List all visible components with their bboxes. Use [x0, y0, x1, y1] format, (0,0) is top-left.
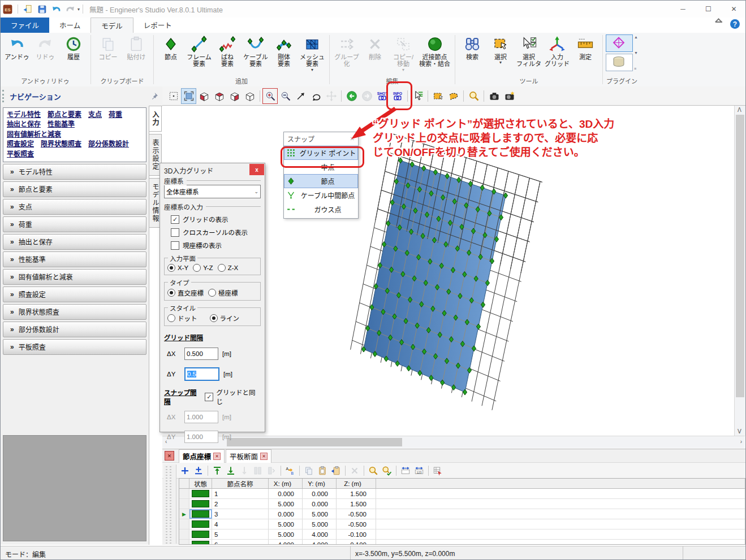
node-name-cell[interactable]: 6 — [212, 540, 269, 545]
plugin-thumbnail-2[interactable] — [606, 54, 633, 71]
ribbon-button-history[interactable]: 履歴 — [59, 34, 88, 62]
tabletool-fit-width[interactable] — [399, 465, 412, 477]
table-row[interactable]: 10.0000.0001.500 — [179, 489, 745, 499]
x-cell[interactable]: 4.000 — [269, 540, 303, 545]
node-name-cell[interactable]: 2 — [212, 499, 269, 509]
nav-link-部分係数設計[interactable]: 部分係数設計 — [88, 140, 129, 148]
radio-unselected[interactable] — [167, 314, 175, 322]
ribbon-button-binoc[interactable]: 検索 — [458, 34, 486, 62]
nav-link-性能基準[interactable]: 性能基準 — [48, 120, 75, 128]
scroll-right-icon[interactable]: › — [740, 439, 742, 445]
accordion-支点[interactable]: »支点 — [3, 199, 146, 215]
collapse-ribbon-icon[interactable] — [715, 21, 722, 27]
snap-item-ガウス点[interactable]: ガウス点 — [284, 202, 358, 216]
minimize-button[interactable]: ─ — [670, 1, 696, 18]
dropdown-arrow-icon[interactable]: ▾ — [402, 68, 404, 73]
checkbox-row-クロスカーソルの表示[interactable]: クロスカーソルの表示 — [171, 228, 258, 237]
coord-system-select[interactable]: 全体座標系⌄ — [164, 185, 261, 198]
viewtool-cube-left-view[interactable] — [196, 88, 212, 104]
row-selector[interactable] — [179, 499, 189, 509]
scroll-up-icon[interactable]: ᐱ — [738, 107, 741, 113]
ribbon-button-select[interactable]: 選択▾ — [486, 34, 515, 67]
accordion-部分係数設計[interactable]: »部分係数設計 — [3, 322, 146, 337]
radio-unselected[interactable] — [193, 264, 201, 272]
vertical-scrollbar[interactable]: ᐱ ᐯ — [734, 106, 745, 436]
viewtool-shot[interactable]: SHOT — [374, 88, 390, 104]
tabletool-paste-rows[interactable] — [316, 465, 329, 477]
accordion-性能基準[interactable]: »性能基準 — [3, 251, 146, 267]
x-cell[interactable]: 5.000 — [269, 529, 303, 539]
tabletool-add-row[interactable] — [178, 465, 192, 477]
viewtool-zoom-out[interactable] — [278, 88, 293, 104]
side-tab-入力[interactable]: 入力 — [149, 106, 162, 132]
z-cell[interactable]: 1.500 — [337, 499, 376, 509]
viewtool-cube-top-view[interactable] — [212, 88, 227, 104]
type-option-極座標[interactable]: 極座標 — [208, 288, 238, 297]
x-cell[interactable]: 5.000 — [269, 519, 303, 529]
nav-link-荷重[interactable]: 荷重 — [109, 111, 122, 119]
ribbon-button-rigid[interactable]: 剛体 要素 — [270, 34, 298, 69]
nav-link-限界状態照査[interactable]: 限界状態照査 — [41, 140, 81, 148]
viewtool-cube-wire-view[interactable] — [242, 88, 257, 104]
accordion-固有値解析と減衰[interactable]: »固有値解析と減衰 — [3, 269, 146, 285]
menu-tab-ホーム[interactable]: ホーム — [49, 18, 90, 33]
ribbon-button-spring[interactable]: ばね 要素 — [213, 34, 242, 69]
plane-option-X-Y[interactable]: X-Y — [167, 264, 188, 272]
viewtool-marquee-select[interactable] — [166, 88, 181, 104]
y-cell[interactable]: 0.000 — [303, 489, 337, 498]
qat-dropdown-icon[interactable]: ▾ — [77, 7, 80, 12]
y-cell[interactable]: 5.000 — [303, 509, 337, 519]
undo-icon[interactable] — [51, 4, 62, 15]
column-header-Y: (m)[interactable]: Y: (m) — [303, 479, 337, 488]
scroll-down-icon[interactable]: ᐯ — [738, 428, 741, 435]
status-cell[interactable] — [189, 529, 212, 539]
radio-unselected[interactable] — [208, 289, 216, 297]
z-cell[interactable]: -0.500 — [337, 509, 376, 519]
accordion-節点と要素[interactable]: »節点と要素 — [3, 181, 146, 197]
column-header-節点名称[interactable]: 節点名称 — [212, 479, 269, 488]
ribbon-button-cable[interactable]: ケーブル 要素 — [242, 34, 270, 69]
dropdown-arrow-icon[interactable]: ▾ — [499, 60, 502, 66]
plane-option-Y-Z[interactable]: Y-Z — [193, 264, 213, 272]
ribbon-button-measure[interactable]: 測定 — [571, 34, 600, 62]
row-selector[interactable] — [179, 529, 189, 539]
ribbon-button-mesh[interactable]: メッシュ 要素▾ — [298, 34, 326, 74]
x-cell[interactable]: 5.000 — [269, 499, 303, 509]
tabletool-rename-ab[interactable]: AB — [283, 465, 297, 477]
tabletool-export-table[interactable] — [431, 465, 445, 477]
column-header-状態[interactable]: 状態 — [189, 479, 212, 488]
close-button[interactable]: ✕ — [721, 1, 746, 18]
drag-handle[interactable] — [2, 90, 6, 102]
column-header-X: (m)[interactable]: X: (m) — [269, 479, 303, 488]
nav-link-節点と要素[interactable]: 節点と要素 — [48, 111, 81, 119]
viewtool-select-lasso[interactable] — [446, 88, 461, 104]
maximize-button[interactable]: ☐ — [696, 1, 721, 18]
accordion-照査設定[interactable]: »照査設定 — [3, 286, 146, 302]
y-cell[interactable]: 0.000 — [303, 499, 337, 509]
node-name-cell[interactable]: 3 — [212, 509, 269, 519]
z-cell[interactable]: -0.500 — [337, 519, 376, 529]
nav-link-平板照査[interactable]: 平板照査 — [7, 150, 34, 158]
nav-link-抽出と保存[interactable]: 抽出と保存 — [7, 120, 41, 128]
viewtool-cube-right-view[interactable] — [227, 88, 242, 104]
column-header-Z: (m)[interactable]: Z: (m) — [337, 479, 376, 488]
status-cell[interactable] — [189, 540, 212, 545]
plane-option-Z-X[interactable]: Z-X — [218, 264, 239, 272]
snap-window-title[interactable]: スナップ✕ — [284, 132, 358, 146]
radio-unselected[interactable] — [218, 264, 226, 272]
checkbox-row-現座標の表示[interactable]: 現座標の表示 — [171, 241, 258, 250]
row-selector[interactable] — [179, 519, 189, 529]
type-option-直交座標[interactable]: 直交座標 — [167, 288, 204, 297]
status-cell[interactable] — [189, 499, 212, 509]
style-option-ドット[interactable]: ドット — [167, 314, 197, 323]
same-as-grid-checkbox[interactable]: ✓ — [205, 393, 213, 401]
x-cell[interactable]: 0.000 — [269, 489, 303, 498]
viewtool-zoom-window[interactable] — [293, 88, 308, 104]
tab-node-coordinates[interactable]: 節点座標✕ — [179, 449, 225, 463]
accordion-平板照査[interactable]: »平板照査 — [3, 339, 146, 355]
panel-splitter[interactable] — [163, 465, 176, 544]
radio-selected[interactable] — [167, 289, 175, 297]
ribbon-button-inputgrid[interactable]: 入力 グリッド — [543, 34, 571, 69]
tab-close-icon[interactable]: ✕ — [260, 453, 268, 460]
table-row[interactable]: 25.0000.0001.500 — [179, 499, 745, 509]
